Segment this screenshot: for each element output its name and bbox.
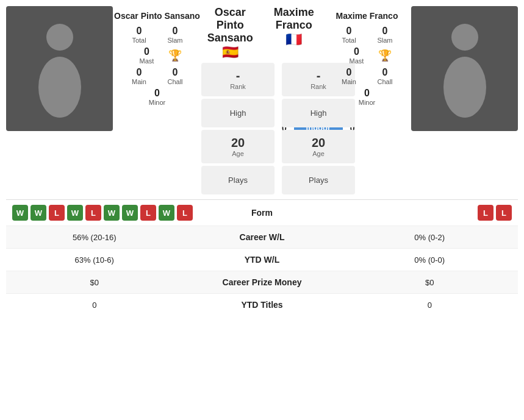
form-label: Form [201, 208, 323, 218]
form-badge-w: W [104, 205, 120, 221]
left-rank-value: - [204, 69, 272, 83]
form-badge-w: W [67, 205, 83, 221]
prize-row: $0 Career Prize Money $0 [6, 271, 518, 293]
right-age-value: 20 [284, 136, 353, 150]
ytd-titles-label: YTD Titles [177, 300, 348, 310]
ytd-titles-row: 0 YTD Titles 0 [6, 293, 518, 316]
left-flag: 🇪🇸 [201, 44, 259, 60]
right-mast-label: Mast [340, 57, 373, 65]
right-player-info: Maxime Franco 0 Total 0 Slam 0 Mast 🏆 [323, 6, 411, 106]
right-high-label: High [284, 105, 353, 121]
scores-and-panels: - Rank High 20 Age Plays [201, 63, 323, 194]
right-form-badges: LL [323, 205, 512, 221]
right-plays-label: Plays [284, 172, 353, 188]
right-trophy-icon: 🏆 [378, 49, 392, 62]
left-minor-cell: 0 Minor [140, 88, 174, 106]
right-chall-label: Chall [368, 78, 402, 85]
left-career-wl: 56% (20-16) [12, 233, 177, 242]
left-slam-value: 0 [159, 26, 192, 37]
right-mast-value: 0 [340, 46, 373, 57]
right-minor-cell: 0 Minor [350, 88, 384, 106]
left-chall-value: 0 [159, 67, 192, 78]
left-mast-value: 0 [130, 46, 163, 57]
left-total-cell: 0 Total [123, 26, 156, 44]
right-chall-cell: 0 Chall [368, 67, 402, 85]
right-flag: 🇫🇷 [265, 32, 323, 48]
right-main-cell: 0 Main [332, 67, 366, 85]
right-player-photo [411, 6, 518, 131]
form-badge-l: L [85, 205, 101, 221]
right-ytd-wl: 0% (0-0) [348, 255, 512, 265]
form-badge-w: W [12, 205, 28, 221]
right-minor-value: 0 [350, 88, 384, 99]
form-row: WWLWLWWLWL Form LL [6, 199, 518, 226]
left-stats-grid: 0 Total 0 Slam 0 Mast 🏆 0 Main [113, 26, 201, 106]
main-container: Oscar Pinto Sansano 0 Total 0 Slam 0 Mas… [0, 0, 524, 322]
left-age-label: Age [204, 150, 272, 157]
right-stats-grid: 0 Total 0 Slam 0 Mast 🏆 0 Main [323, 26, 411, 106]
svg-point-0 [46, 24, 73, 51]
svg-point-2 [451, 24, 478, 51]
ytd-wl-label: YTD W/L [177, 255, 348, 265]
left-plays-panel: Plays [201, 166, 275, 194]
left-total-value: 0 [123, 26, 156, 37]
right-chall-value: 0 [368, 67, 402, 78]
left-minor-label: Minor [140, 99, 174, 106]
left-main-label: Main [123, 78, 156, 85]
right-slam-label: Slam [368, 37, 402, 44]
right-plays-panel: Plays [282, 166, 355, 194]
career-wl-row: 56% (20-16) Career W/L 0% (0-2) [6, 226, 518, 248]
left-player-name: Oscar Pinto Sansano [113, 11, 201, 21]
left-slam-label: Slam [159, 37, 192, 44]
right-age-label: Age [284, 150, 353, 157]
svg-point-1 [38, 57, 81, 118]
career-wl-label: Career W/L [177, 232, 348, 242]
right-center-name: Maxime Franco [265, 6, 323, 32]
names-row: Oscar PintoSansano 🇪🇸 Maxime Franco 🇫🇷 [201, 6, 323, 60]
middle-wrapper: Oscar PintoSansano 🇪🇸 Maxime Franco 🇫🇷 -… [201, 6, 323, 194]
left-mast-cell: 0 Mast [130, 46, 163, 65]
right-prize: $0 [348, 278, 512, 287]
left-slam-cell: 0 Slam [159, 26, 192, 44]
form-badge-l: L [177, 205, 193, 221]
right-ytd-titles: 0 [348, 301, 512, 310]
left-plays-label: Plays [204, 172, 272, 188]
left-chall-label: Chall [159, 78, 192, 85]
right-mast-cell: 0 Mast [340, 46, 373, 65]
left-player-photo [6, 6, 113, 131]
left-ytd-wl: 63% (10-6) [12, 255, 177, 265]
right-main-value: 0 [332, 67, 366, 78]
left-main-cell: 0 Main [123, 67, 156, 85]
form-badge-l: L [140, 205, 156, 221]
left-name-block: Oscar PintoSansano 🇪🇸 [201, 6, 262, 60]
top-section: Oscar Pinto Sansano 0 Total 0 Slam 0 Mas… [6, 6, 518, 194]
left-mast-label: Mast [130, 57, 163, 65]
left-minor-value: 0 [140, 88, 174, 99]
right-total-value: 0 [332, 26, 366, 37]
left-form-badges: WWLWLWWLWL [12, 205, 201, 221]
left-ytd-titles: 0 [12, 301, 177, 310]
left-chall-cell: 0 Chall [159, 67, 192, 85]
form-badge-l: L [49, 205, 65, 221]
trophy-icon: 🏆 [168, 49, 182, 62]
right-career-wl: 0% (0-2) [348, 233, 512, 242]
right-slam-value: 0 [368, 26, 402, 37]
right-player-name: Maxime Franco [323, 11, 411, 21]
prize-label: Career Prize Money [177, 277, 348, 287]
left-player-info: Oscar Pinto Sansano 0 Total 0 Slam 0 Mas… [113, 6, 201, 106]
form-badge-w: W [122, 205, 138, 221]
right-minor-label: Minor [350, 99, 384, 106]
left-high-label: High [204, 105, 272, 121]
ytd-wl-row: 63% (10-6) YTD W/L 0% (0-0) [6, 248, 518, 271]
right-total-cell: 0 Total [332, 26, 366, 44]
form-badge-w: W [31, 205, 46, 221]
left-age-panel: 20 Age [201, 130, 275, 163]
left-total-label: Total [123, 37, 156, 44]
right-age-panel: 20 Age [282, 130, 355, 163]
form-badge-l: L [478, 205, 493, 221]
left-main-value: 0 [123, 67, 156, 78]
left-age-value: 20 [204, 136, 272, 150]
right-name-block: Maxime Franco 🇫🇷 [262, 6, 323, 48]
left-center-name: Oscar PintoSansano [201, 6, 259, 44]
left-rank-panel: - Rank [201, 63, 275, 96]
